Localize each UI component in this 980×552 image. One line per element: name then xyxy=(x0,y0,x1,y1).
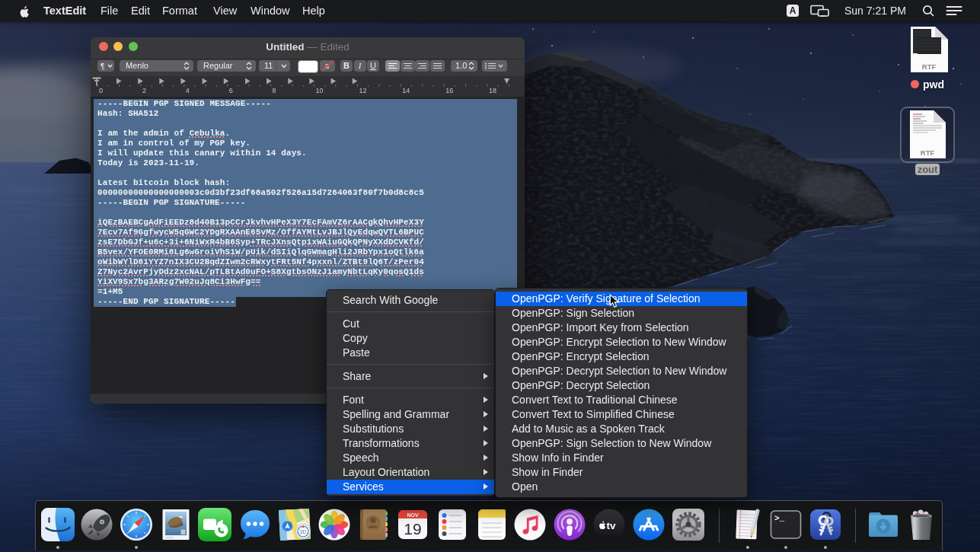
svg-text:NOV: NOV xyxy=(407,512,419,518)
svg-text:16: 16 xyxy=(445,87,453,94)
svg-text:19: 19 xyxy=(404,520,421,538)
svg-text:4: 4 xyxy=(186,87,190,94)
svg-text:RTF: RTF xyxy=(921,148,935,157)
svg-text:2: 2 xyxy=(142,87,146,94)
svg-text:6: 6 xyxy=(229,87,233,94)
svg-text:12: 12 xyxy=(359,87,366,94)
svg-text:tv: tv xyxy=(607,520,616,531)
svg-text:pwd: pwd xyxy=(923,78,944,91)
svg-text:14: 14 xyxy=(402,87,410,94)
svg-text:zout: zout xyxy=(918,164,938,175)
svg-text:RTF: RTF xyxy=(922,62,937,71)
svg-text:>_: >_ xyxy=(774,514,785,523)
svg-text:10: 10 xyxy=(316,87,324,94)
svg-text:18: 18 xyxy=(489,87,496,94)
svg-text:¶: ¶ xyxy=(101,62,104,70)
svg-text:8: 8 xyxy=(273,87,276,94)
svg-text:3D: 3D xyxy=(300,529,307,534)
svg-text:0: 0 xyxy=(99,87,103,94)
